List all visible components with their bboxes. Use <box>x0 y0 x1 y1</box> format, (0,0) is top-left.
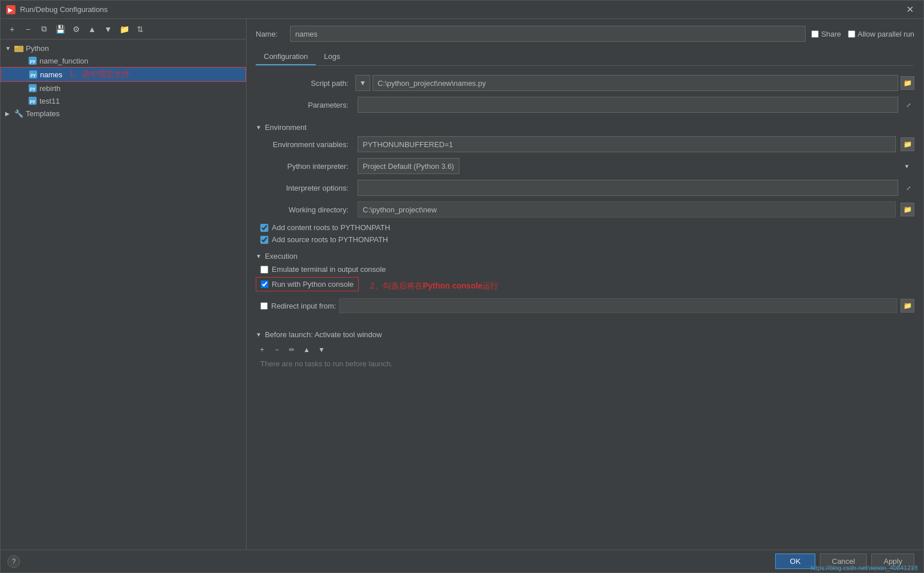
script-path-browse-button[interactable]: 📁 <box>901 76 914 90</box>
python-group-label: Python <box>26 44 49 53</box>
name-input[interactable] <box>290 26 806 42</box>
close-button[interactable]: ✕ <box>902 2 918 18</box>
before-launch-label: Before launch: Activate tool window <box>265 330 382 339</box>
environment-arrow[interactable]: ▼ <box>256 124 261 131</box>
execution-section-header: ▼ Execution <box>256 252 914 260</box>
add-content-roots-label: Add content roots to PYTHONPATH <box>272 223 390 232</box>
redirect-input-checkbox[interactable] <box>260 302 268 310</box>
tab-configuration[interactable]: Configuration <box>256 49 316 65</box>
parameters-expand-button[interactable]: ⤢ <box>903 99 914 110</box>
templates-label: Templates <box>26 109 60 118</box>
name-function-label: name_function <box>39 57 88 65</box>
app-icon: ▶ <box>6 5 15 14</box>
add-content-roots-checkbox[interactable] <box>260 224 268 232</box>
before-launch-header: ▼ Before launch: Activate tool window <box>256 330 914 339</box>
parameters-row: Parameters: ⤢ <box>256 97 914 113</box>
title-bar: ▶ Run/Debug Configurations ✕ <box>1 1 923 19</box>
share-checkbox[interactable] <box>811 30 819 38</box>
bl-remove-button[interactable]: − <box>271 343 283 356</box>
run-python-console-label: Run with Python console <box>272 280 354 289</box>
tree-python-group[interactable]: ▼ Python <box>1 42 246 54</box>
tree-names[interactable]: py names 1、选中指定文件 <box>1 67 246 82</box>
remove-button[interactable]: − <box>21 22 35 36</box>
bl-edit-button[interactable]: ✏ <box>285 343 298 356</box>
tree-name-function[interactable]: py name_function <box>1 54 246 67</box>
save-button[interactable]: 💾 <box>53 22 67 36</box>
ok-button[interactable]: OK <box>775 554 815 569</box>
add-source-roots-row: Add source roots to PYTHONPATH <box>256 235 914 244</box>
add-source-roots-label: Add source roots to PYTHONPATH <box>272 235 388 244</box>
redirect-input-field[interactable] <box>339 298 897 313</box>
interp-options-input[interactable] <box>358 180 898 196</box>
execution-label: Execution <box>265 252 298 260</box>
env-vars-row: Environment variables: 📁 <box>256 136 914 152</box>
settings-button[interactable]: ⚙ <box>69 22 83 36</box>
bottom-link[interactable]: https://blog.csdn.net/weixin_40841218 <box>811 564 918 571</box>
tree-rebirth[interactable]: py rebirth <box>1 82 246 94</box>
working-dir-browse-button[interactable]: 📁 <box>901 203 914 216</box>
tab-logs[interactable]: Logs <box>316 49 348 65</box>
script-type-dropdown[interactable]: ▼ <box>355 75 370 91</box>
working-dir-input[interactable] <box>358 201 896 218</box>
bl-add-button[interactable]: + <box>256 343 268 356</box>
test11-icon: py <box>28 96 37 105</box>
env-vars-label: Environment variables: <box>256 140 353 149</box>
move-up-button[interactable]: ▲ <box>85 22 99 36</box>
tree-test11[interactable]: py test11 <box>1 94 246 107</box>
annotation-2-highlight: Python console <box>423 281 482 290</box>
move-down-button[interactable]: ▼ <box>101 22 115 36</box>
svg-text:▶: ▶ <box>8 7 13 13</box>
python-interp-select-wrapper: Project Default (Python 3.6) <box>358 158 914 174</box>
bl-down-button[interactable]: ▼ <box>315 343 328 356</box>
python-arrow: ▼ <box>5 45 12 52</box>
environment-label: Environment <box>265 123 307 132</box>
script-path-input[interactable] <box>372 75 898 91</box>
python-interp-label: Python interpreter: <box>256 162 353 171</box>
working-dir-label: Working directory: <box>256 206 353 214</box>
help-button[interactable]: ? <box>7 555 20 568</box>
templates-icon: 🔧 <box>14 109 23 118</box>
rebirth-label: rebirth <box>39 84 61 93</box>
bl-up-button[interactable]: ▲ <box>300 343 313 356</box>
content-area: + − ⧉ 💾 ⚙ ▲ ▼ 📁 ⇅ ▼ <box>1 19 923 550</box>
allow-parallel-checkbox[interactable] <box>848 30 855 38</box>
allow-parallel-label: Allow parallel run <box>858 30 914 38</box>
emulate-terminal-checkbox[interactable] <box>260 266 268 274</box>
copy-button[interactable]: ⧉ <box>37 22 51 36</box>
python-folder-icon <box>14 44 23 53</box>
tree-templates[interactable]: ▶ 🔧 Templates <box>1 107 246 120</box>
no-tasks-text: There are no tasks to run before launch. <box>256 359 914 368</box>
add-button[interactable]: + <box>5 22 19 36</box>
parameters-input[interactable] <box>358 97 898 113</box>
templates-arrow: ▶ <box>5 110 12 117</box>
share-label: Share <box>821 30 841 38</box>
interp-options-label: Interpreter options: <box>256 184 353 192</box>
left-toolbar: + − ⧉ 💾 ⚙ ▲ ▼ 📁 ⇅ <box>1 19 246 39</box>
interp-options-expand-button[interactable]: ⤢ <box>903 182 914 193</box>
add-content-roots-row: Add content roots to PYTHONPATH <box>256 223 914 232</box>
before-launch-arrow[interactable]: ▼ <box>256 331 261 338</box>
folder-button[interactable]: 📁 <box>117 22 131 36</box>
tabs: Configuration Logs <box>256 49 914 66</box>
script-path-row: Script path: ▼ 📁 <box>256 75 914 91</box>
python-interp-select[interactable]: Project Default (Python 3.6) <box>358 158 459 174</box>
script-path-label: Script path: <box>256 79 353 88</box>
left-panel: + − ⧉ 💾 ⚙ ▲ ▼ 📁 ⇅ ▼ <box>1 19 247 550</box>
config-tree: ▼ Python py name_fu <box>1 39 246 550</box>
before-launch-section: ▼ Before launch: Activate tool window + … <box>256 326 914 368</box>
name-label: Name: <box>256 30 284 38</box>
run-python-console-checkbox[interactable] <box>261 280 268 288</box>
env-vars-browse-button[interactable]: 📁 <box>901 137 914 151</box>
env-vars-input[interactable] <box>358 136 896 152</box>
emulate-terminal-label: Emulate terminal in output console <box>272 265 386 274</box>
sort-button[interactable]: ⇅ <box>133 22 147 36</box>
window-title: Run/Debug Configurations <box>20 5 902 14</box>
working-dir-row: Working directory: 📁 <box>256 201 914 218</box>
run-console-container: Run with Python console 2、勾选后将在Python co… <box>256 277 914 295</box>
redirect-browse-button[interactable]: 📁 <box>901 299 914 313</box>
add-source-roots-checkbox[interactable] <box>260 236 268 244</box>
annotation-2: 2、勾选后将在Python console运行 <box>370 281 498 291</box>
header-right: Share Allow parallel run <box>811 30 914 38</box>
run-debug-window: ▶ Run/Debug Configurations ✕ + − ⧉ 💾 ⚙ ▲… <box>0 0 924 573</box>
execution-arrow[interactable]: ▼ <box>256 253 261 259</box>
